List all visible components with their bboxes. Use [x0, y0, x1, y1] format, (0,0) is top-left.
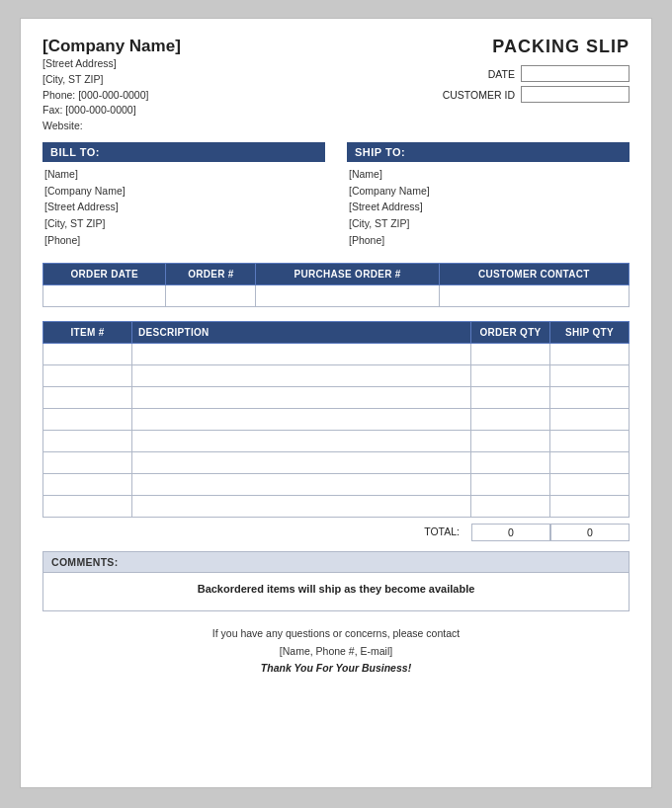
- ship-to-header: SHIP TO:: [347, 142, 630, 162]
- ship-to-block: SHIP TO: [Name] [Company Name] [Street A…: [347, 142, 630, 249]
- comments-header: COMMENTS:: [43, 552, 629, 573]
- total-label: TOTAL:: [424, 524, 471, 541]
- date-field-row: DATE: [488, 65, 630, 82]
- description-cell[interactable]: [132, 408, 471, 430]
- comments-body: Backordered items will ship as they beco…: [43, 573, 629, 610]
- comments-section: COMMENTS: Backordered items will ship as…: [42, 551, 630, 611]
- order-qty-cell[interactable]: [471, 343, 550, 364]
- date-label: DATE: [488, 68, 515, 80]
- footer-thanks: Thank You For Your Business!: [42, 660, 630, 678]
- col-ship-qty: SHIP QTY: [550, 321, 630, 343]
- bill-to-header: BILL TO:: [42, 142, 325, 162]
- table-row: [43, 408, 630, 430]
- table-row: [43, 364, 630, 386]
- page-footer: If you have any questions or concerns, p…: [42, 625, 630, 679]
- ship-qty-cell[interactable]: [550, 364, 630, 386]
- ship-qty-cell[interactable]: [550, 408, 630, 430]
- ship-qty-cell[interactable]: [550, 386, 630, 408]
- order-qty-cell[interactable]: [471, 473, 550, 495]
- col-item-num: ITEM #: [43, 321, 132, 343]
- company-phone: Phone: [000-000-0000]: [42, 88, 181, 104]
- col-order-num: ORDER #: [166, 263, 256, 284]
- packing-slip-page: [Company Name] [Street Address] [City, S…: [20, 18, 652, 788]
- customer-field-row: CUSTOMER ID: [443, 86, 630, 103]
- page-header: [Company Name] [Street Address] [City, S…: [42, 37, 630, 134]
- company-website: Website:: [42, 119, 181, 134]
- ship-to-company: [Company Name]: [347, 183, 630, 200]
- bill-to-company: [Company Name]: [42, 183, 325, 200]
- packing-slip-title: PACKING SLIP: [412, 37, 630, 57]
- customer-contact-cell[interactable]: [439, 284, 629, 306]
- footer-line1: If you have any questions or concerns, p…: [42, 625, 630, 643]
- table-row: [43, 386, 630, 408]
- total-row: TOTAL: 0 0: [42, 524, 630, 541]
- table-row: [43, 495, 630, 517]
- bill-to-street: [Street Address]: [42, 199, 325, 215]
- date-input[interactable]: [521, 65, 630, 82]
- order-qty-cell[interactable]: [471, 451, 550, 473]
- ship-to-city: [City, ST ZIP]: [347, 215, 630, 232]
- description-cell[interactable]: [132, 451, 471, 473]
- ship-to-phone: [Phone]: [347, 232, 630, 249]
- order-qty-cell[interactable]: [471, 495, 550, 517]
- table-row: [43, 473, 630, 495]
- ship-qty-cell[interactable]: [550, 495, 630, 517]
- order-qty-cell[interactable]: [471, 430, 550, 451]
- items-table: ITEM # DESCRIPTION ORDER QTY SHIP QTY: [42, 321, 630, 518]
- item-num-cell[interactable]: [43, 451, 132, 473]
- col-order-date: ORDER DATE: [43, 263, 166, 284]
- bill-to-name: [Name]: [42, 166, 325, 183]
- item-num-cell[interactable]: [43, 386, 132, 408]
- ship-to-name: [Name]: [347, 166, 630, 183]
- description-cell[interactable]: [132, 343, 471, 364]
- company-info: [Company Name] [Street Address] [City, S…: [42, 37, 181, 134]
- total-ship-qty: 0: [550, 524, 630, 541]
- description-cell[interactable]: [132, 430, 471, 451]
- header-right: PACKING SLIP DATE CUSTOMER ID: [412, 37, 630, 103]
- order-num-cell[interactable]: [166, 284, 256, 306]
- company-fax: Fax: [000-000-0000]: [42, 103, 181, 119]
- ship-to-street: [Street Address]: [347, 199, 630, 215]
- bill-to-city: [City, ST ZIP]: [42, 215, 325, 232]
- ship-qty-cell[interactable]: [550, 451, 630, 473]
- table-row: [43, 343, 630, 364]
- customer-label: CUSTOMER ID: [443, 89, 515, 101]
- order-table-row: [43, 284, 630, 306]
- order-qty-cell[interactable]: [471, 386, 550, 408]
- item-num-cell[interactable]: [43, 495, 132, 517]
- ship-qty-cell[interactable]: [550, 343, 630, 364]
- col-purchase-order: PURCHASE ORDER #: [256, 263, 439, 284]
- description-cell[interactable]: [132, 473, 471, 495]
- address-section: BILL TO: [Name] [Company Name] [Street A…: [42, 142, 630, 249]
- company-name: [Company Name]: [42, 37, 181, 56]
- item-num-cell[interactable]: [43, 430, 132, 451]
- item-num-cell[interactable]: [43, 343, 132, 364]
- order-qty-cell[interactable]: [471, 364, 550, 386]
- purchase-order-cell[interactable]: [256, 284, 439, 306]
- header-fields: DATE CUSTOMER ID: [412, 65, 630, 103]
- item-num-cell[interactable]: [43, 473, 132, 495]
- order-date-cell[interactable]: [43, 284, 166, 306]
- col-customer-contact: CUSTOMER CONTACT: [439, 263, 629, 284]
- order-qty-cell[interactable]: [471, 408, 550, 430]
- item-num-cell[interactable]: [43, 364, 132, 386]
- description-cell[interactable]: [132, 495, 471, 517]
- company-street: [Street Address]: [42, 56, 181, 72]
- company-city: [City, ST ZIP]: [42, 72, 181, 88]
- col-order-qty: ORDER QTY: [471, 321, 550, 343]
- table-row: [43, 451, 630, 473]
- order-table: ORDER DATE ORDER # PURCHASE ORDER # CUST…: [42, 263, 630, 307]
- description-cell[interactable]: [132, 364, 471, 386]
- bill-to-phone: [Phone]: [42, 232, 325, 249]
- item-num-cell[interactable]: [43, 408, 132, 430]
- footer-line2: [Name, Phone #, E-mail]: [42, 643, 630, 661]
- col-description: DESCRIPTION: [132, 321, 471, 343]
- total-order-qty: 0: [471, 524, 550, 541]
- ship-qty-cell[interactable]: [550, 430, 630, 451]
- table-row: [43, 430, 630, 451]
- description-cell[interactable]: [132, 386, 471, 408]
- bill-to-block: BILL TO: [Name] [Company Name] [Street A…: [42, 142, 325, 249]
- customer-id-input[interactable]: [521, 86, 630, 103]
- ship-qty-cell[interactable]: [550, 473, 630, 495]
